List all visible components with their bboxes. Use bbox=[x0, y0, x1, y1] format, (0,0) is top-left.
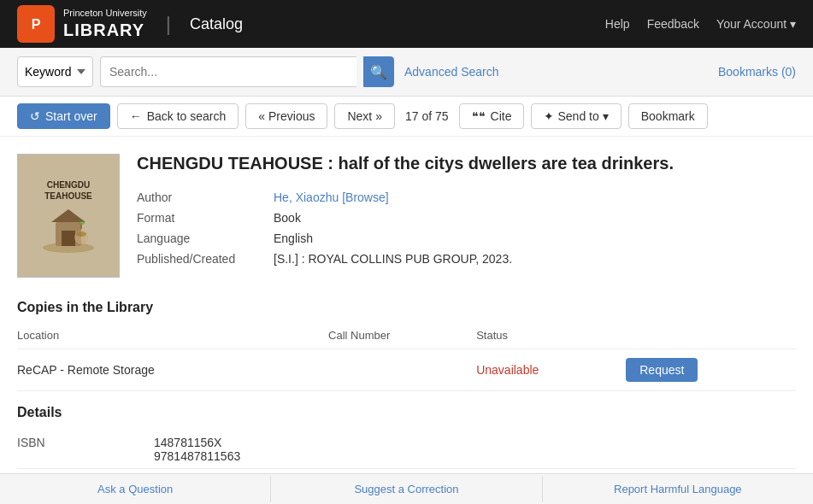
chevron-down-icon: ▾ bbox=[603, 109, 609, 123]
author-link[interactable]: He, Xiaozhu [Browse] bbox=[274, 190, 389, 204]
previous-button[interactable]: « Previous bbox=[245, 103, 327, 129]
book-cover: CHENGDU TEAHOUSE bbox=[17, 154, 120, 283]
catalog-label: Catalog bbox=[190, 15, 243, 33]
search-input[interactable] bbox=[100, 56, 356, 87]
feedback-link[interactable]: Feedback bbox=[647, 17, 699, 31]
back-to-search-button[interactable]: ← Back to search bbox=[117, 103, 239, 129]
isbn-label: ISBN bbox=[17, 431, 154, 469]
pagination-info: 17 of 75 bbox=[405, 109, 449, 123]
copy-location: ReCAP - Remote Storage bbox=[17, 349, 328, 391]
book-title: CHENGDU TEAHOUSE : half of the citys dwe… bbox=[137, 154, 796, 173]
published-value: [S.I.] : ROYAL COLLINS PUB GROUP, 2023. bbox=[274, 249, 796, 269]
header-divider: | bbox=[166, 12, 171, 36]
language-label: Language bbox=[137, 228, 274, 249]
help-link[interactable]: Help bbox=[605, 17, 630, 31]
isbn-value: 148781156X 9781487811563 bbox=[154, 431, 796, 469]
copy-call-number bbox=[328, 349, 476, 391]
search-bar: Keyword 🔍 Advanced Search Bookmarks (0) bbox=[0, 48, 813, 97]
author-label: Author bbox=[137, 187, 274, 208]
report-harmful-button[interactable]: Report Harmful Language bbox=[543, 476, 813, 502]
toolbar: ↺ Start over ← Back to search « Previous… bbox=[0, 97, 813, 137]
cite-button[interactable]: ❝❝ Cite bbox=[459, 103, 525, 129]
bookmarks-link[interactable]: Bookmarks (0) bbox=[718, 65, 796, 79]
copy-action: Request bbox=[626, 349, 796, 391]
author-value: He, Xiaozhu [Browse] bbox=[274, 187, 796, 208]
svg-point-9 bbox=[78, 221, 85, 225]
svg-marker-4 bbox=[51, 209, 85, 222]
copies-table-header: Location Call Number Status bbox=[17, 325, 796, 349]
language-value: English bbox=[274, 228, 796, 249]
book-details: CHENGDU TEAHOUSE : half of the citys dwe… bbox=[137, 154, 796, 283]
request-button[interactable]: Request bbox=[626, 358, 698, 382]
copies-table: Location Call Number Status ReCAP - Remo… bbox=[17, 325, 796, 391]
metadata-published-row: Published/Created [S.I.] : ROYAL COLLINS… bbox=[137, 249, 796, 269]
table-row: ReCAP - Remote Storage Unavailable Reque… bbox=[17, 349, 796, 391]
advanced-search-link[interactable]: Advanced Search bbox=[404, 65, 499, 79]
detail-isbn-row: ISBN 148781156X 9781487811563 bbox=[17, 431, 796, 469]
quote-icon: ❝❝ bbox=[472, 109, 486, 123]
next-button[interactable]: Next » bbox=[334, 103, 394, 129]
bookmark-button[interactable]: Bookmark bbox=[628, 103, 708, 129]
location-header: Location bbox=[17, 325, 328, 349]
svg-point-7 bbox=[76, 231, 86, 237]
start-over-button[interactable]: ↺ Start over bbox=[17, 103, 110, 129]
copies-section: Copies in the Library Location Call Numb… bbox=[0, 300, 813, 405]
account-button[interactable]: Your Account ▾ bbox=[716, 17, 796, 31]
page-header: P Princeton University LIBRARY | Catalog… bbox=[0, 0, 813, 48]
metadata-format-row: Format Book bbox=[137, 208, 796, 228]
svg-text:P: P bbox=[32, 17, 41, 32]
search-button[interactable]: 🔍 bbox=[363, 56, 394, 87]
logo[interactable]: P Princeton University LIBRARY bbox=[17, 5, 147, 43]
main-content: CHENGDU TEAHOUSE CHENGDU TEAHOUSE : half… bbox=[0, 137, 813, 300]
ask-question-button[interactable]: Ask a Question bbox=[0, 476, 271, 502]
copies-section-title: Copies in the Library bbox=[17, 300, 796, 315]
format-label: Format bbox=[137, 208, 274, 228]
cover-decoration-image bbox=[34, 205, 103, 256]
search-type-select[interactable]: Keyword bbox=[17, 56, 93, 87]
metadata-language-row: Language English bbox=[137, 228, 796, 249]
logo-text: Princeton University LIBRARY bbox=[63, 8, 147, 39]
refresh-icon: ↺ bbox=[30, 109, 40, 123]
svg-rect-5 bbox=[62, 231, 75, 246]
metadata-table: Author He, Xiaozhu [Browse] Format Book … bbox=[137, 187, 796, 269]
details-section-title: Details bbox=[17, 405, 796, 420]
format-value: Book bbox=[274, 208, 796, 228]
book-cover-image: CHENGDU TEAHOUSE bbox=[17, 154, 120, 278]
status-badge: Unavailable bbox=[476, 363, 539, 377]
back-icon: ← bbox=[130, 109, 142, 123]
cover-title: CHENGDU TEAHOUSE bbox=[41, 176, 96, 205]
logo-icon: P bbox=[17, 5, 55, 43]
status-header: Status bbox=[476, 325, 626, 349]
send-icon: ✦ bbox=[544, 109, 554, 123]
search-icon: 🔍 bbox=[370, 64, 387, 80]
action-header bbox=[626, 325, 796, 349]
metadata-author-row: Author He, Xiaozhu [Browse] bbox=[137, 187, 796, 208]
call-number-header: Call Number bbox=[328, 325, 476, 349]
footer-bar: Ask a Question Suggest a Correction Repo… bbox=[0, 473, 813, 504]
header-left: P Princeton University LIBRARY | Catalog bbox=[17, 5, 243, 43]
published-label: Published/Created bbox=[137, 249, 274, 269]
send-to-button[interactable]: ✦ Send to ▾ bbox=[531, 103, 621, 129]
copy-status: Unavailable bbox=[476, 349, 626, 391]
suggest-correction-button[interactable]: Suggest a Correction bbox=[271, 476, 542, 502]
header-right: Help Feedback Your Account ▾ bbox=[605, 17, 796, 31]
